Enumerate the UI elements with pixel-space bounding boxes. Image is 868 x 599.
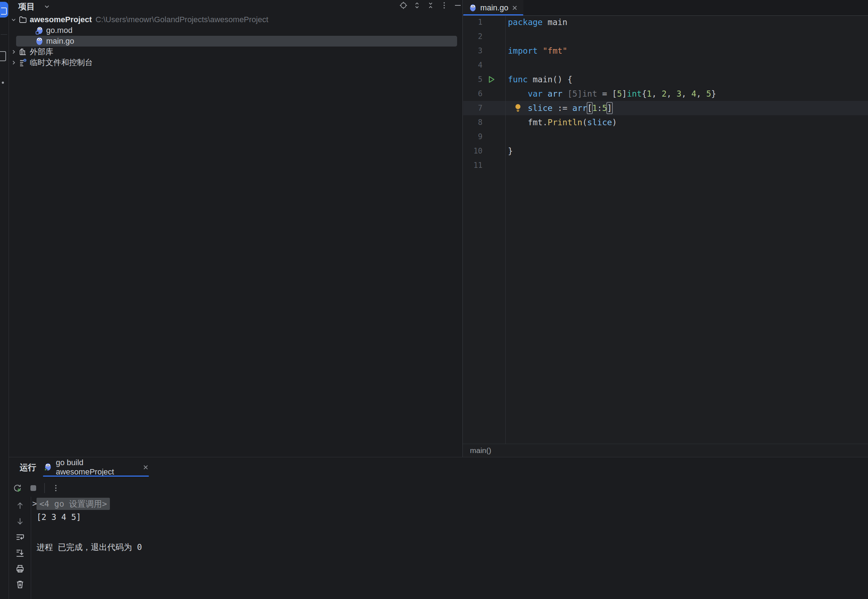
go-file-icon: [469, 4, 477, 12]
editor-tab-label: main.go: [480, 3, 508, 12]
toolwindow-strip: [0, 0, 9, 599]
scroll-to-end-icon[interactable]: [15, 548, 26, 558]
locate-file-icon[interactable]: [399, 1, 408, 10]
active-tab-underline: [43, 476, 149, 477]
code-line: func main() {: [508, 72, 572, 87]
more-options-icon[interactable]: [440, 1, 449, 10]
project-root-path: C:\Users\meowr\GolandProjects\awesomePro…: [96, 15, 268, 24]
rerun-icon[interactable]: [13, 483, 22, 493]
chevron-down-icon[interactable]: [43, 3, 50, 10]
tree-row-external-libraries[interactable]: 外部库: [9, 47, 463, 57]
breadcrumb-item[interactable]: main(): [470, 446, 491, 455]
code-line: slice := arr[1:5]: [508, 101, 612, 115]
close-icon[interactable]: [142, 464, 149, 471]
tree-row-main-go[interactable]: main.go: [9, 36, 463, 47]
line-number: 11: [465, 158, 482, 173]
scratches-label: 临时文件和控制台: [30, 57, 93, 68]
code-line: fmt.Println(slice): [508, 115, 617, 129]
run-panel-title: 运行: [20, 462, 36, 473]
run-main-icon[interactable]: [488, 72, 496, 87]
go-run-config-icon: [43, 463, 52, 472]
file-name: main.go: [46, 36, 74, 46]
chevron-down-icon[interactable]: [9, 17, 18, 23]
project-root-name: awesomeProject: [30, 15, 92, 24]
console-exit-line: 进程 已完成，退出代码为 0: [36, 542, 142, 553]
commit-toolwindow-button[interactable]: [0, 51, 6, 61]
goland-window: 项目: [0, 0, 868, 599]
console-output[interactable]: > <4 go 设置调用> [2 3 4 5] 进程 已完成，退出代码为 0: [32, 497, 868, 599]
run-tab-go-build[interactable]: go build awesomeProject: [43, 458, 149, 476]
file-name: go.mod: [46, 26, 72, 35]
project-panel-header: 项目: [9, 0, 463, 12]
toolbar-separator: [44, 483, 45, 493]
external-libraries-label: 外部库: [30, 47, 53, 57]
folder-icon: [1, 8, 7, 15]
collapse-all-icon[interactable]: [426, 1, 435, 10]
code-line: }: [508, 144, 513, 158]
stop-icon[interactable]: [29, 483, 38, 493]
line-number: 9: [465, 129, 482, 144]
line-number: 10: [465, 144, 482, 158]
hide-panel-icon[interactable]: [454, 1, 462, 10]
toolwindow-dot-icon[interactable]: [2, 81, 4, 84]
selected-row-highlight: [16, 36, 457, 47]
line-number: 5: [465, 72, 482, 87]
console-output-line: [2 3 4 5]: [36, 512, 81, 522]
line-number: 4: [465, 58, 482, 72]
folder-icon: [18, 15, 27, 24]
breadcrumbs-bar: main(): [463, 444, 868, 457]
tree-row-go-mod[interactable]: go.mod: [9, 25, 463, 36]
close-icon[interactable]: [511, 5, 518, 11]
line-number: 8: [465, 115, 482, 129]
code-line: var arr [5]int = [5]int{1, 2, 3, 4, 5}: [508, 87, 716, 101]
editor-tab-bar: [463, 0, 868, 16]
chevron-right-icon[interactable]: [9, 49, 18, 55]
go-file-icon: [35, 36, 44, 46]
project-toolwindow-button[interactable]: [0, 2, 8, 18]
line-number: 1: [465, 15, 482, 29]
go-mod-file-icon: [35, 26, 44, 35]
line-number: 7: [465, 101, 482, 115]
line-number: 6: [465, 87, 482, 101]
chevron-right-icon[interactable]: [9, 59, 18, 66]
code-line: package main: [508, 15, 567, 29]
line-number: 2: [465, 29, 482, 44]
tree-row-project-root[interactable]: awesomeProject C:\Users\meowr\GolandProj…: [9, 14, 463, 25]
down-arrow-icon[interactable]: [15, 516, 26, 527]
project-panel: [9, 0, 463, 457]
up-arrow-icon[interactable]: [15, 500, 26, 511]
run-tab-label: go build awesomeProject: [56, 458, 139, 477]
clear-console-icon[interactable]: [15, 579, 26, 590]
editor-tab-main-go[interactable]: main.go: [463, 0, 523, 15]
console-toolbar: [9, 497, 31, 599]
library-icon: [18, 47, 27, 57]
project-tree: awesomeProject C:\Users\meowr\GolandProj…: [9, 14, 463, 68]
print-icon[interactable]: [15, 563, 26, 574]
code-line: import "fmt": [508, 44, 567, 58]
console-folded-command[interactable]: <4 go 设置调用>: [36, 498, 110, 510]
project-panel-title: 项目: [18, 1, 35, 12]
scratches-icon: [18, 58, 27, 67]
line-number: 3: [465, 44, 482, 58]
more-options-icon[interactable]: [51, 483, 60, 493]
expand-all-icon[interactable]: [413, 1, 421, 10]
soft-wrap-icon[interactable]: [15, 532, 26, 542]
run-toolbar: [13, 480, 60, 496]
tree-row-scratches[interactable]: 临时文件和控制台: [9, 57, 463, 68]
